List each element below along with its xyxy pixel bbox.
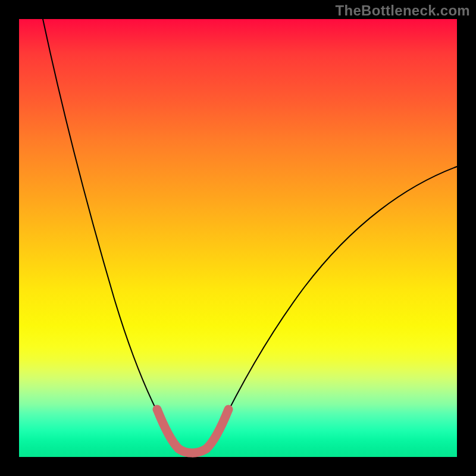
- bottleneck-curve: [19, 19, 457, 457]
- optimal-band-right: [206, 409, 228, 449]
- plot-area: [19, 19, 457, 457]
- curve-left-arm: [43, 19, 167, 430]
- curve-right-arm: [218, 167, 457, 432]
- watermark-text: TheBottleneck.com: [336, 2, 470, 19]
- chart-container: TheBottleneck.com: [0, 0, 476, 476]
- optimal-band-left: [157, 409, 178, 449]
